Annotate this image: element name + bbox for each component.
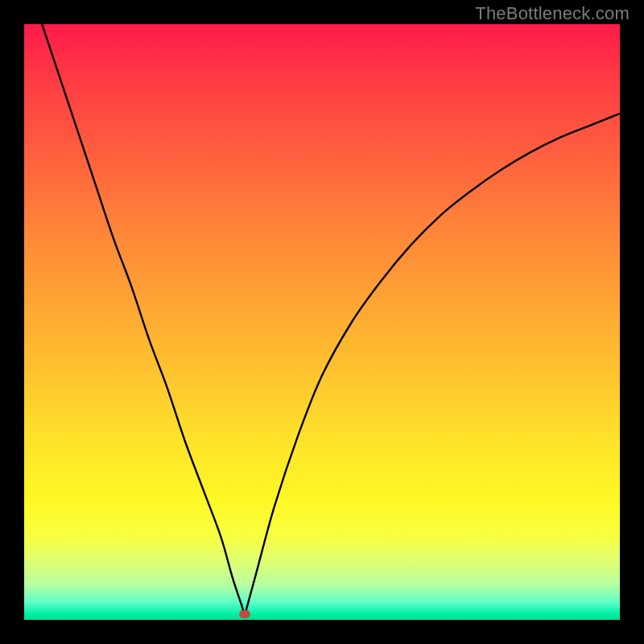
plot-area: [24, 24, 620, 620]
optimal-point-marker: [239, 610, 250, 618]
bottleneck-curve: [24, 24, 620, 620]
chart-frame: TheBottleneck.com: [0, 0, 644, 644]
watermark-text: TheBottleneck.com: [475, 3, 630, 24]
